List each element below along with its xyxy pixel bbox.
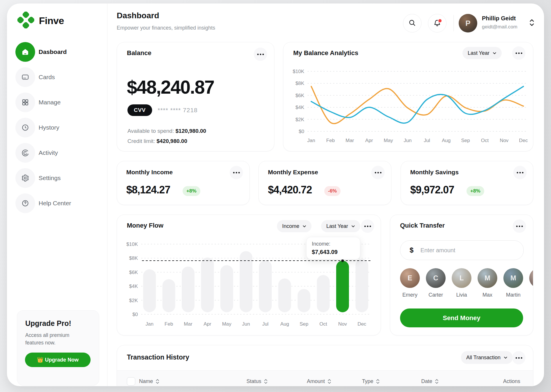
svg-text:Feb: Feb bbox=[326, 138, 335, 143]
sidebar-item-settings[interactable]: Settings bbox=[7, 168, 107, 188]
sort-icon bbox=[327, 379, 331, 384]
stat-card-monthly-expense: Monthly Expense$4,420.72-6% bbox=[258, 161, 391, 205]
sidebar-item-activity[interactable]: Activity bbox=[7, 143, 107, 163]
contact-martin[interactable]: MMartin bbox=[503, 268, 523, 306]
header-divider bbox=[453, 15, 454, 31]
stat-more-button[interactable] bbox=[230, 166, 243, 179]
svg-text:$0: $0 bbox=[132, 312, 138, 317]
contacts-row: EEmeryCCarterLLiviaMMaxMMartinAAb bbox=[400, 268, 533, 306]
contact-livia[interactable]: LLivia bbox=[452, 268, 471, 306]
more-icon bbox=[260, 54, 261, 55]
quick-transfer-more-button[interactable] bbox=[513, 219, 526, 233]
column-label: Date bbox=[421, 378, 432, 384]
upgrade-now-button[interactable]: 👑 Upgrade Now bbox=[25, 353, 91, 367]
stat-title: Monthly Income bbox=[126, 169, 173, 176]
profile-expand-icon[interactable] bbox=[529, 18, 535, 28]
column-header-type[interactable]: Type bbox=[362, 378, 380, 384]
balance-title: Balance bbox=[127, 49, 151, 57]
svg-text:Oct: Oct bbox=[319, 321, 327, 327]
svg-text:Apr: Apr bbox=[365, 138, 373, 143]
transactions-title: Transaction History bbox=[127, 353, 189, 361]
contact-avatar: M bbox=[478, 268, 497, 288]
stat-more-button[interactable] bbox=[371, 166, 385, 179]
sidebar-item-label: Manage bbox=[39, 99, 61, 106]
svg-text:Dec: Dec bbox=[519, 138, 528, 143]
sort-icon bbox=[435, 379, 439, 384]
sidebar-item-label: Activity bbox=[39, 149, 58, 156]
contact-ab[interactable]: AAb bbox=[529, 268, 533, 306]
chevron-down-icon bbox=[504, 356, 507, 359]
svg-text:Dec: Dec bbox=[357, 321, 366, 327]
card-icon bbox=[15, 67, 35, 87]
svg-text:Jul: Jul bbox=[424, 138, 430, 143]
column-label: Status bbox=[246, 378, 261, 384]
sidebar-item-cards[interactable]: Cards bbox=[7, 67, 107, 87]
finve-dashboard-page: Finve DasboardCardsManageHystoryActivity… bbox=[0, 0, 551, 392]
table-header-row: NameStatusAmountTypeDateActions bbox=[117, 371, 533, 386]
svg-text:Jul: Jul bbox=[262, 321, 269, 327]
available-to-spend: Available to spend: $120,980.00 bbox=[127, 128, 206, 134]
search-button[interactable] bbox=[403, 14, 422, 32]
column-header-amount[interactable]: Amount bbox=[307, 378, 331, 384]
svg-text:Sep: Sep bbox=[300, 321, 308, 327]
svg-text:$8K: $8K bbox=[296, 81, 305, 86]
more-icon bbox=[377, 172, 379, 173]
balance-more-button[interactable] bbox=[254, 48, 267, 61]
contact-avatar: M bbox=[503, 268, 523, 288]
gear-icon bbox=[15, 168, 35, 188]
column-label: Amount bbox=[307, 378, 325, 384]
contact-carter[interactable]: CCarter bbox=[426, 268, 446, 306]
select-all-checkbox[interactable] bbox=[127, 377, 135, 386]
stat-delta-badge: +8% bbox=[467, 186, 484, 196]
money-flow-card: Money Flow Income Last Year $0$2K$4K$6K$… bbox=[117, 215, 381, 335]
cvv-badge[interactable]: CVV bbox=[127, 104, 152, 116]
stat-title: Monthly Expense bbox=[268, 169, 318, 176]
stat-title: Monthly Savings bbox=[410, 169, 459, 176]
sidebar-item-label: Cards bbox=[39, 74, 55, 81]
home-icon bbox=[15, 42, 35, 62]
column-label: Actions bbox=[503, 378, 520, 384]
svg-text:Nov: Nov bbox=[338, 321, 347, 327]
sidebar-item-manage[interactable]: Manage bbox=[7, 92, 107, 112]
contact-name: Carter bbox=[426, 292, 446, 298]
column-header-status[interactable]: Status bbox=[246, 378, 268, 384]
transactions-filter-select[interactable]: All Transaction bbox=[461, 351, 513, 364]
amount-input-wrapper: $ bbox=[400, 240, 524, 260]
contact-name: Ab bbox=[529, 292, 533, 298]
svg-text:Sep: Sep bbox=[461, 138, 470, 143]
send-money-button[interactable]: Send Money bbox=[400, 308, 523, 327]
contact-max[interactable]: MMax bbox=[478, 268, 497, 306]
balance-analytics-card: My Balance Analytics Last Year $0$2K$4K$… bbox=[283, 42, 533, 151]
upgrade-pro-card: Upgrade Pro! Access all premium features… bbox=[17, 310, 99, 386]
column-header-name[interactable]: Name bbox=[139, 378, 159, 384]
svg-text:Jun: Jun bbox=[404, 138, 412, 143]
amount-input[interactable] bbox=[420, 247, 518, 254]
svg-text:Mar: Mar bbox=[184, 321, 192, 327]
transactions-more-button[interactable] bbox=[512, 351, 525, 364]
notifications-button[interactable] bbox=[428, 14, 446, 32]
stat-more-button[interactable] bbox=[513, 166, 527, 179]
sort-icon bbox=[156, 379, 159, 384]
more-icon bbox=[236, 172, 237, 173]
contact-name: Emery bbox=[400, 292, 420, 298]
sidebar-item-help-center[interactable]: Help Center bbox=[7, 193, 107, 213]
contact-emery[interactable]: EEmery bbox=[400, 268, 420, 306]
stat-card-monthly-income: Monthly Income$8,124.27+8% bbox=[117, 161, 250, 205]
user-avatar[interactable]: P bbox=[459, 14, 477, 32]
transaction-history-card: Transaction History All Transaction Name… bbox=[117, 345, 533, 386]
sort-icon bbox=[376, 379, 380, 384]
column-header-actions[interactable]: Actions bbox=[503, 378, 520, 384]
sidebar-item-hystory[interactable]: Hystory bbox=[7, 118, 107, 137]
contact-avatar: C bbox=[426, 268, 446, 288]
upgrade-title: Upgrade Pro! bbox=[25, 319, 71, 328]
quick-transfer-card: Quick Transfer $ EEmeryCCarterLLiviaMMax… bbox=[390, 215, 533, 335]
column-header-date[interactable]: Date bbox=[421, 378, 439, 384]
stat-card-monthly-savings: Monthly Savings$9,972.07+8% bbox=[401, 161, 533, 205]
contact-avatar: L bbox=[452, 268, 471, 288]
page-subtitle: Empower your finances, simplified insigh… bbox=[117, 25, 215, 31]
tooltip-label: Income: bbox=[312, 241, 355, 247]
column-label: Type bbox=[362, 378, 373, 384]
sidebar-item-dasboard[interactable]: Dasboard bbox=[7, 42, 107, 62]
svg-text:$4K: $4K bbox=[129, 284, 138, 289]
stat-value: $8,124.27 bbox=[126, 184, 170, 196]
